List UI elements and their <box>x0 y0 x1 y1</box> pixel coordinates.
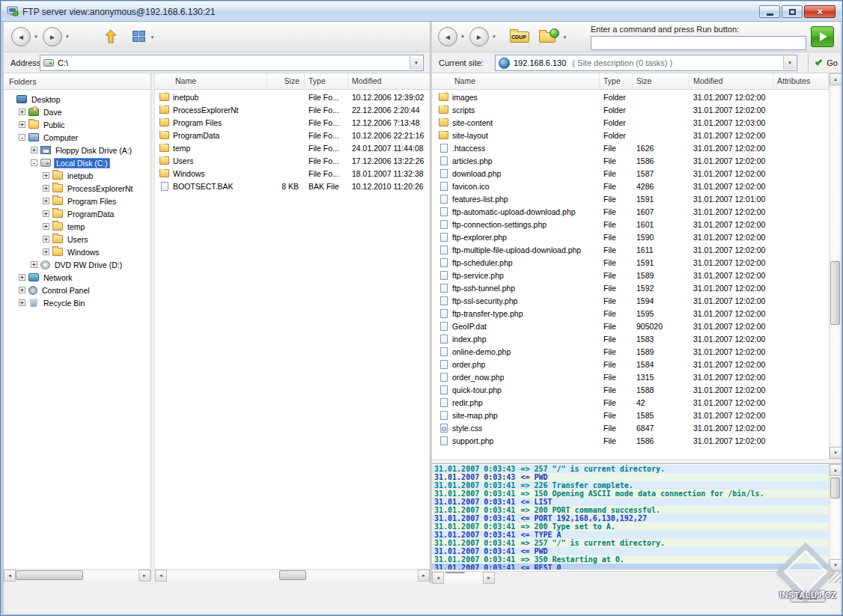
site-combo[interactable]: 192.168.6.130 ( Site description (0 task… <box>495 55 797 71</box>
scroll-track[interactable] <box>830 85 841 447</box>
tree-item[interactable]: Local Disk (C:) <box>4 156 150 169</box>
file-row[interactable]: scripts Folder 31.01.2007 12:02:00 <box>432 103 829 116</box>
file-row[interactable]: order_now.php File 1315 31.01.2007 12:02… <box>432 370 829 383</box>
tree-expander[interactable] <box>31 261 37 268</box>
scroll-right-button[interactable] <box>483 572 495 584</box>
remote-forward-button[interactable] <box>469 27 489 46</box>
file-row[interactable]: ftp-connection-settings.php File 1601 31… <box>432 218 829 231</box>
file-row[interactable]: images Folder 31.01.2007 12:02:00 <box>432 91 829 103</box>
tree-expander[interactable] <box>43 223 49 230</box>
up-directory-button[interactable] <box>103 28 119 46</box>
title-bar[interactable]: FTP server view:anonymous@192.168.6.130:… <box>1 1 842 22</box>
tree-expander[interactable] <box>19 287 25 293</box>
tree-expander[interactable] <box>19 134 25 141</box>
tree-item[interactable]: Control Panel <box>4 284 150 296</box>
tree-expander[interactable] <box>19 121 25 128</box>
tree-expander[interactable] <box>43 236 49 243</box>
remote-back-button[interactable] <box>438 27 457 46</box>
file-row[interactable]: favicon.ico File 4286 31.01.2007 12:02:0… <box>432 180 829 192</box>
tree-expander[interactable] <box>19 299 25 306</box>
file-row[interactable]: index.php File 1583 31.01.2007 12:02:00 <box>432 332 829 345</box>
tree-item[interactable]: DVD RW Drive (D:) <box>4 258 150 271</box>
address-dropdown[interactable] <box>410 56 422 70</box>
scroll-right-button[interactable] <box>418 570 430 582</box>
column-header[interactable]: Attributes <box>773 73 829 90</box>
scroll-thumb[interactable] <box>16 570 83 580</box>
local-back-button[interactable] <box>11 27 31 46</box>
tree-item[interactable]: Computer <box>4 131 150 144</box>
scroll-thumb[interactable] <box>445 572 465 573</box>
file-row[interactable]: site-map.php File 1585 31.01.2007 12:02:… <box>432 409 829 421</box>
scroll-up-button[interactable] <box>830 73 841 85</box>
scroll-thumb[interactable] <box>830 478 840 498</box>
address-combo[interactable]: C:\ <box>40 55 424 71</box>
file-row[interactable]: inetpub File Fo... 10.12.2006 12:39:02 <box>155 91 430 103</box>
file-row[interactable]: site-content Folder 31.01.2007 12:03:00 <box>432 116 829 129</box>
tree-expander[interactable] <box>31 159 37 166</box>
file-row[interactable]: online-demo.php File 1589 31.01.2007 12:… <box>432 345 829 358</box>
file-row[interactable]: ftp-multiple-file-upload-download.php Fi… <box>432 243 829 256</box>
column-header[interactable]: Type <box>305 73 348 90</box>
tree-item[interactable]: Users <box>4 233 150 246</box>
scroll-track[interactable] <box>167 570 418 581</box>
file-row[interactable]: ProgramData File Fo... 10.12.2006 22:21:… <box>155 129 430 141</box>
file-row[interactable]: .htaccess File 1626 31.01.2007 12:02:00 <box>432 141 829 154</box>
column-header[interactable]: Size <box>633 73 690 90</box>
remote-forward-dropdown[interactable] <box>490 27 499 46</box>
scroll-up-button[interactable] <box>830 464 841 476</box>
tree-item[interactable]: ProgramData <box>4 207 150 220</box>
file-row[interactable]: support.php File 1586 31.01.2007 12:02:0… <box>432 434 829 447</box>
file-row[interactable]: style.css File 6847 31.01.2007 12:02:00 <box>432 421 829 434</box>
tree-item[interactable]: Network <box>4 271 150 284</box>
tree-item[interactable]: Recycle Bin <box>4 296 150 309</box>
tree-item[interactable]: Public <box>4 118 150 131</box>
file-row[interactable]: Program Files File Fo... 12.12.2006 7:13… <box>155 116 430 129</box>
tree-expander[interactable] <box>43 198 49 204</box>
file-row[interactable]: ftp-transfer-type.php File 1595 31.01.20… <box>432 307 829 320</box>
tree-item[interactable]: Program Files <box>4 195 150 207</box>
tree-item[interactable]: temp <box>4 220 150 233</box>
file-row[interactable]: site-layout Folder 31.01.2007 12:02:00 <box>432 129 829 141</box>
file-row[interactable]: temp File Fo... 24.01.2007 11:44:08 <box>155 141 430 154</box>
site-manager-dropdown[interactable] <box>561 29 569 46</box>
file-row[interactable]: Windows File Fo... 18.01.2007 11:32:38 <box>155 167 430 180</box>
log-vertical-scrollbar[interactable] <box>829 464 841 571</box>
file-row[interactable]: GeoIP.dat File 905020 31.01.2007 12:02:0… <box>432 320 829 332</box>
remote-back-dropdown[interactable] <box>458 27 467 46</box>
tree-expander[interactable] <box>19 274 25 281</box>
maximize-button[interactable] <box>782 5 803 18</box>
tree-item[interactable]: Floppy Disk Drive (A:) <box>4 144 150 156</box>
file-row[interactable]: ftp-scheduler.php File 1591 31.01.2007 1… <box>432 256 829 269</box>
tree-expander[interactable] <box>19 109 25 115</box>
close-button[interactable] <box>804 5 836 18</box>
file-row[interactable]: ftp-explorer.php File 1590 31.01.2007 12… <box>432 231 829 243</box>
file-row[interactable]: order.php File 1584 31.01.2007 12:02:00 <box>432 358 829 370</box>
local-back-dropdown[interactable] <box>31 27 40 46</box>
local-forward-dropdown[interactable] <box>63 27 72 46</box>
file-row[interactable]: features-list.php File 1591 31.01.2007 1… <box>432 192 829 205</box>
remote-vertical-scrollbar[interactable] <box>829 73 841 459</box>
column-header[interactable]: Name <box>432 73 600 90</box>
scroll-thumb[interactable] <box>830 261 840 325</box>
column-header[interactable]: Type <box>600 73 633 90</box>
tree-item[interactable]: inetpub <box>4 169 150 182</box>
file-row[interactable]: Users File Fo... 17.12.2006 13:22:26 <box>155 154 430 167</box>
tree-item[interactable]: Desktop <box>4 93 150 106</box>
tree-expander[interactable] <box>31 147 37 153</box>
file-row[interactable]: quick-tour.php File 1588 31.01.2007 12:0… <box>432 383 829 396</box>
file-row[interactable]: articles.php File 1586 31.01.2007 12:02:… <box>432 154 829 167</box>
tree-item[interactable]: Windows <box>4 246 150 258</box>
site-dropdown[interactable] <box>783 56 796 70</box>
column-header[interactable]: Modified <box>690 73 773 90</box>
local-horizontal-scrollbar[interactable] <box>155 569 430 581</box>
tree-item[interactable]: ProcessExplorerNt <box>4 182 150 195</box>
column-header[interactable]: Name <box>155 73 267 90</box>
local-forward-button[interactable] <box>43 27 62 46</box>
run-button[interactable] <box>811 26 834 47</box>
minimize-button[interactable] <box>759 5 780 18</box>
tree-expander[interactable] <box>7 96 13 103</box>
file-row[interactable]: BOOTSECT.BAK 8 KB BAK File 10.12.2010 11… <box>155 180 430 192</box>
scroll-track[interactable] <box>830 476 841 559</box>
tree-expander[interactable] <box>43 210 49 217</box>
command-input[interactable] <box>591 36 806 50</box>
